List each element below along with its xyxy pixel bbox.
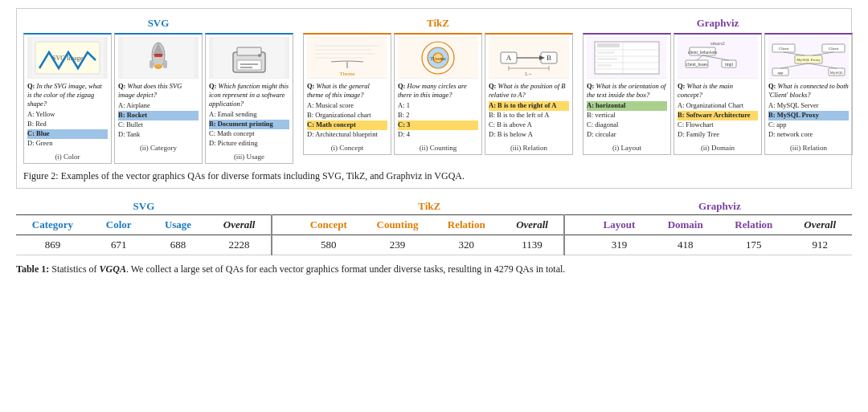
val-layout: 319 [588,235,651,255]
col-color: Color [89,214,149,235]
svg-text:L↔: L↔ [525,71,533,76]
gv-domain-caption: (ii) Domain [678,144,758,152]
svg-rect-7 [163,60,167,68]
svg-text:client_behaviors: client_behaviors [688,50,717,55]
gv-relation-image: Client Client MySQL Proxy app MySQL [768,37,849,79]
gv-relation-question: Q: What is connected to both 'Client' bl… [768,82,849,100]
tikz-relation-question: Q: What is the position of B relative to… [489,82,569,100]
svg-text:SVG Image: SVG Image [52,55,83,62]
svg-color-card: SVG Image Q: In the SVG image, what is t… [23,33,112,164]
svg-category-answers: A: Airplane B: Rocket C: Bullet D: Tank [118,101,199,140]
gv-layout-card: Q: What is the orientation of the text i… [583,33,671,155]
svg-group-label: SVG [148,17,170,30]
svg-text:Client: Client [779,47,789,51]
svg-rect-12 [237,47,261,55]
svg-color-image: SVG Image [27,37,108,79]
tikz-cards: Theme Q: What is the general theme of th… [303,33,573,155]
svg-text:Theme: Theme [339,71,354,77]
svg-rect-48 [597,51,615,54]
svg-rect-14 [240,63,258,65]
tikz-counting-answers: A: 1 B: 2 C: 3 D: 4 [398,101,478,140]
val-category: 869 [16,235,89,255]
tikz-concept-caption: (i) Concept [307,144,387,152]
figure-section: SVG SVG Image [16,8,852,189]
svg-rect-49 [597,58,617,60]
tikz-relation-caption: (iii) Relation [489,144,569,152]
col-gv-relation: Relation [719,214,788,235]
tikz-counting-image: Tl/some [398,37,478,79]
val-tikz-overall: 1139 [501,235,564,255]
svg-text:Client: Client [829,47,839,51]
val-svg-overall: 2228 [207,235,271,255]
gv-relation-answers: A: MySQL Server B: MySQL Proxy C: app D:… [768,101,849,140]
data-row: 869 671 688 2228 580 239 320 1139 319 41… [16,235,852,255]
svg-rect-6 [149,60,154,68]
val-usage: 688 [149,235,208,255]
svg-text:smacs2: smacs2 [710,41,725,46]
svg-rect-15 [240,67,252,68]
column-header-row: Category Color Usage Overall Concept Cou… [16,214,852,235]
val-concept: 580 [294,235,362,255]
svg-text:MySQL: MySQL [830,71,843,75]
graphviz-group-header: Graphviz [588,197,852,215]
figure-columns: SVG SVG Image [23,17,845,164]
gv-domain-answers: A: Organizational Chart B: Software Arch… [678,101,758,140]
svg-rect-50 [597,64,612,67]
graphviz-group-label: Graphviz [697,17,739,30]
tikz-relation-answers: A: B is to the right of A B: B is to the… [489,101,569,140]
svg-category-card: Q: What does this SVG image depict? A: A… [114,33,203,164]
tikz-relation-card: A B L↔ Q: What is [485,33,573,155]
gv-domain-question: Q: What is the main concept? [678,82,758,100]
gv-relation-card: Client Client MySQL Proxy app MySQL [764,33,853,155]
col-tikz-relation: Relation [432,214,501,235]
svg-cards: SVG Image Q: In the SVG image, what is t… [23,33,293,164]
svg-point-16 [258,54,261,57]
svg-usage-answers: A: Email sending B: Document printing C:… [209,110,289,149]
svg-usage-question: Q: Which function might this icon repres… [209,82,289,108]
svg-text:MySQL Proxy: MySQL Proxy [796,58,821,62]
tikz-relation-image: A B L↔ [489,37,569,79]
gv-domain-image: smacs2 client_behaviors client_bases imp… [678,37,758,79]
table-caption: Table 1: Statistics of VGQA. We collect … [16,262,852,277]
tikz-concept-image: Theme [307,37,387,79]
svg-group-header: SVG [16,197,272,215]
col-gv-overall: Overall [788,214,852,235]
col-counting: Counting [362,214,432,235]
val-tikz-relation: 320 [432,235,501,255]
gv-layout-caption: (i) Layout [587,144,667,152]
svg-usage-image [209,37,289,79]
tikz-group-header: TikZ [294,197,564,215]
graphviz-cards: Q: What is the orientation of the text i… [583,33,853,155]
tikz-counting-question: Q: How many circles are there in this im… [398,82,478,100]
gv-domain-card: smacs2 client_behaviors client_bases imp… [674,33,762,155]
svg-text:app: app [777,71,784,75]
svg-rect-9 [154,54,162,57]
col-category: Category [16,214,89,235]
col-tikz-overall: Overall [501,214,564,235]
svg-point-8 [154,64,162,69]
tikz-concept-card: Theme Q: What is the general theme of th… [303,33,391,155]
svg-text:B: B [547,54,551,62]
top-header-row: SVG TikZ Graphviz [16,197,852,215]
svg-rect-47 [597,43,620,47]
svg-color-answers: A: Yellow B: Red C: Blue D: Green [27,110,108,149]
svg-category-image [118,37,199,79]
tikz-group: TikZ [303,17,573,155]
tikz-counting-caption: (ii) Counting [398,144,478,152]
col-layout: Layout [588,214,651,235]
gv-relation-caption: (iii) Relation [768,144,849,152]
tikz-concept-answers: A: Musical score B: Organizational chart… [307,101,387,140]
gv-layout-answers: A: horizontal B: vertical C: diagonal D:… [587,101,667,140]
gv-layout-question: Q: What is the orientation of the text i… [587,82,667,100]
table-section: SVG TikZ Graphviz Category Color Usage O… [16,197,852,277]
tikz-concept-question: Q: What is the general theme of this ima… [307,82,387,100]
tikz-group-label: TikZ [427,17,449,30]
col-domain: Domain [651,214,719,235]
svg-category-question: Q: What does this SVG image depict? [118,82,199,100]
col-concept: Concept [294,214,362,235]
svg-text:A: A [506,54,512,62]
svg-text:impl: impl [725,62,734,67]
svg-category-caption: (ii) Category [118,144,199,152]
val-domain: 418 [651,235,719,255]
svg-group: SVG SVG Image [23,17,293,164]
